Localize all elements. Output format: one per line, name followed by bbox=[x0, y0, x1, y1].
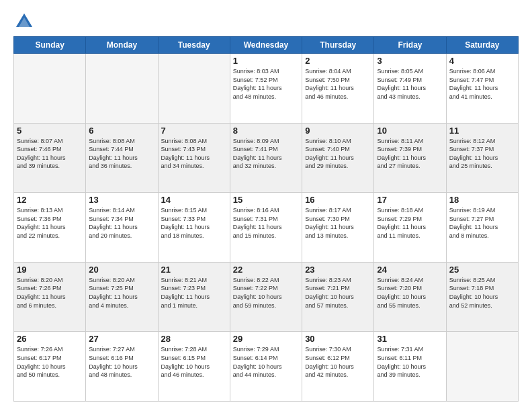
calendar-cell: 17Sunrise: 8:18 AMSunset: 7:29 PMDayligh… bbox=[374, 193, 446, 263]
calendar-cell: 31Sunrise: 7:31 AMSunset: 6:11 PMDayligh… bbox=[374, 332, 446, 402]
day-info: Sunrise: 7:27 AMSunset: 6:16 PMDaylight:… bbox=[89, 345, 154, 379]
calendar-cell: 11Sunrise: 8:12 AMSunset: 7:37 PMDayligh… bbox=[446, 123, 518, 193]
calendar-cell: 9Sunrise: 8:10 AMSunset: 7:40 PMDaylight… bbox=[302, 123, 374, 193]
day-info: Sunrise: 8:08 AMSunset: 7:43 PMDaylight:… bbox=[161, 137, 227, 171]
weekday-header-row: SundayMondayTuesdayWednesdayThursdayFrid… bbox=[14, 37, 519, 54]
calendar-cell: 8Sunrise: 8:09 AMSunset: 7:41 PMDaylight… bbox=[230, 123, 302, 193]
day-number: 10 bbox=[377, 126, 443, 136]
day-number: 17 bbox=[377, 195, 443, 205]
day-info: Sunrise: 8:15 AMSunset: 7:33 PMDaylight:… bbox=[161, 206, 227, 240]
day-info: Sunrise: 8:24 AMSunset: 7:20 PMDaylight:… bbox=[377, 276, 443, 310]
day-info: Sunrise: 8:23 AMSunset: 7:21 PMDaylight:… bbox=[305, 276, 371, 310]
calendar-cell: 30Sunrise: 7:30 AMSunset: 6:12 PMDayligh… bbox=[302, 332, 374, 402]
logo bbox=[13, 12, 35, 31]
header bbox=[13, 12, 519, 31]
day-number: 21 bbox=[161, 265, 227, 275]
calendar-cell: 7Sunrise: 8:08 AMSunset: 7:43 PMDaylight… bbox=[158, 123, 230, 193]
day-info: Sunrise: 8:13 AMSunset: 7:36 PMDaylight:… bbox=[17, 206, 83, 240]
day-number: 28 bbox=[161, 334, 227, 344]
day-info: Sunrise: 8:12 AMSunset: 7:37 PMDaylight:… bbox=[449, 137, 515, 171]
day-number: 20 bbox=[89, 265, 154, 275]
weekday-header-thursday: Thursday bbox=[302, 37, 374, 54]
day-info: Sunrise: 8:10 AMSunset: 7:40 PMDaylight:… bbox=[305, 137, 371, 171]
day-info: Sunrise: 7:28 AMSunset: 6:15 PMDaylight:… bbox=[161, 345, 227, 379]
calendar-cell: 4Sunrise: 8:06 AMSunset: 7:47 PMDaylight… bbox=[446, 54, 518, 124]
day-number: 2 bbox=[305, 56, 371, 66]
calendar-cell bbox=[86, 54, 158, 124]
calendar-cell: 18Sunrise: 8:19 AMSunset: 7:27 PMDayligh… bbox=[446, 193, 518, 263]
calendar-cell: 25Sunrise: 8:25 AMSunset: 7:18 PMDayligh… bbox=[446, 262, 518, 332]
day-number: 29 bbox=[233, 334, 299, 344]
day-number: 24 bbox=[377, 265, 443, 275]
week-row-2: 5Sunrise: 8:07 AMSunset: 7:46 PMDaylight… bbox=[14, 123, 519, 193]
day-number: 31 bbox=[377, 334, 443, 344]
day-number: 11 bbox=[449, 126, 515, 136]
calendar-cell: 28Sunrise: 7:28 AMSunset: 6:15 PMDayligh… bbox=[158, 332, 230, 402]
day-number: 13 bbox=[89, 195, 154, 205]
week-row-3: 12Sunrise: 8:13 AMSunset: 7:36 PMDayligh… bbox=[14, 193, 519, 263]
day-info: Sunrise: 7:31 AMSunset: 6:11 PMDaylight:… bbox=[377, 345, 443, 379]
day-info: Sunrise: 8:04 AMSunset: 7:50 PMDaylight:… bbox=[305, 67, 371, 101]
day-info: Sunrise: 8:14 AMSunset: 7:34 PMDaylight:… bbox=[89, 206, 154, 240]
day-info: Sunrise: 7:30 AMSunset: 6:12 PMDaylight:… bbox=[305, 345, 371, 379]
calendar-cell: 29Sunrise: 7:29 AMSunset: 6:14 PMDayligh… bbox=[230, 332, 302, 402]
day-number: 30 bbox=[305, 334, 371, 344]
calendar-cell: 23Sunrise: 8:23 AMSunset: 7:21 PMDayligh… bbox=[302, 262, 374, 332]
weekday-header-monday: Monday bbox=[86, 37, 158, 54]
day-number: 19 bbox=[17, 265, 83, 275]
calendar-cell: 14Sunrise: 8:15 AMSunset: 7:33 PMDayligh… bbox=[158, 193, 230, 263]
day-number: 4 bbox=[449, 56, 515, 66]
weekday-header-sunday: Sunday bbox=[14, 37, 86, 54]
day-info: Sunrise: 7:29 AMSunset: 6:14 PMDaylight:… bbox=[233, 345, 299, 379]
day-number: 7 bbox=[161, 126, 227, 136]
logo-icon bbox=[15, 12, 34, 31]
day-number: 8 bbox=[233, 126, 299, 136]
day-number: 15 bbox=[233, 195, 299, 205]
day-number: 1 bbox=[233, 56, 299, 66]
day-number: 3 bbox=[377, 56, 443, 66]
calendar-cell: 6Sunrise: 8:08 AMSunset: 7:44 PMDaylight… bbox=[86, 123, 158, 193]
calendar-cell: 19Sunrise: 8:20 AMSunset: 7:26 PMDayligh… bbox=[14, 262, 86, 332]
day-number: 27 bbox=[89, 334, 154, 344]
day-info: Sunrise: 8:16 AMSunset: 7:31 PMDaylight:… bbox=[233, 206, 299, 240]
calendar-cell bbox=[446, 332, 518, 402]
day-info: Sunrise: 8:17 AMSunset: 7:30 PMDaylight:… bbox=[305, 206, 371, 240]
day-number: 14 bbox=[161, 195, 227, 205]
calendar-cell: 13Sunrise: 8:14 AMSunset: 7:34 PMDayligh… bbox=[86, 193, 158, 263]
week-row-5: 26Sunrise: 7:26 AMSunset: 6:17 PMDayligh… bbox=[14, 332, 519, 402]
day-info: Sunrise: 8:06 AMSunset: 7:47 PMDaylight:… bbox=[449, 67, 515, 101]
day-number: 25 bbox=[449, 265, 515, 275]
day-info: Sunrise: 8:09 AMSunset: 7:41 PMDaylight:… bbox=[233, 137, 299, 171]
calendar-cell: 12Sunrise: 8:13 AMSunset: 7:36 PMDayligh… bbox=[14, 193, 86, 263]
calendar-cell: 5Sunrise: 8:07 AMSunset: 7:46 PMDaylight… bbox=[14, 123, 86, 193]
day-info: Sunrise: 8:20 AMSunset: 7:25 PMDaylight:… bbox=[89, 276, 154, 310]
calendar-cell bbox=[14, 54, 86, 124]
page: SundayMondayTuesdayWednesdayThursdayFrid… bbox=[0, 0, 532, 411]
day-number: 9 bbox=[305, 126, 371, 136]
day-info: Sunrise: 8:21 AMSunset: 7:23 PMDaylight:… bbox=[161, 276, 227, 310]
week-row-1: 1Sunrise: 8:03 AMSunset: 7:52 PMDaylight… bbox=[14, 54, 519, 124]
day-info: Sunrise: 8:05 AMSunset: 7:49 PMDaylight:… bbox=[377, 67, 443, 101]
day-info: Sunrise: 7:26 AMSunset: 6:17 PMDaylight:… bbox=[17, 345, 83, 379]
calendar-cell: 15Sunrise: 8:16 AMSunset: 7:31 PMDayligh… bbox=[230, 193, 302, 263]
calendar-cell: 24Sunrise: 8:24 AMSunset: 7:20 PMDayligh… bbox=[374, 262, 446, 332]
calendar-cell: 10Sunrise: 8:11 AMSunset: 7:39 PMDayligh… bbox=[374, 123, 446, 193]
day-info: Sunrise: 8:18 AMSunset: 7:29 PMDaylight:… bbox=[377, 206, 443, 240]
calendar-cell: 26Sunrise: 7:26 AMSunset: 6:17 PMDayligh… bbox=[14, 332, 86, 402]
day-info: Sunrise: 8:08 AMSunset: 7:44 PMDaylight:… bbox=[89, 137, 154, 171]
day-info: Sunrise: 8:03 AMSunset: 7:52 PMDaylight:… bbox=[233, 67, 299, 101]
day-info: Sunrise: 8:19 AMSunset: 7:27 PMDaylight:… bbox=[449, 206, 515, 240]
weekday-header-saturday: Saturday bbox=[446, 37, 518, 54]
day-number: 26 bbox=[17, 334, 83, 344]
weekday-header-friday: Friday bbox=[374, 37, 446, 54]
calendar-cell: 3Sunrise: 8:05 AMSunset: 7:49 PMDaylight… bbox=[374, 54, 446, 124]
calendar-cell: 27Sunrise: 7:27 AMSunset: 6:16 PMDayligh… bbox=[86, 332, 158, 402]
calendar-cell: 16Sunrise: 8:17 AMSunset: 7:30 PMDayligh… bbox=[302, 193, 374, 263]
calendar-cell: 22Sunrise: 8:22 AMSunset: 7:22 PMDayligh… bbox=[230, 262, 302, 332]
day-info: Sunrise: 8:25 AMSunset: 7:18 PMDaylight:… bbox=[449, 276, 515, 310]
day-info: Sunrise: 8:07 AMSunset: 7:46 PMDaylight:… bbox=[17, 137, 83, 171]
day-number: 12 bbox=[17, 195, 83, 205]
calendar-cell bbox=[158, 54, 230, 124]
calendar-cell: 2Sunrise: 8:04 AMSunset: 7:50 PMDaylight… bbox=[302, 54, 374, 124]
day-info: Sunrise: 8:22 AMSunset: 7:22 PMDaylight:… bbox=[233, 276, 299, 310]
